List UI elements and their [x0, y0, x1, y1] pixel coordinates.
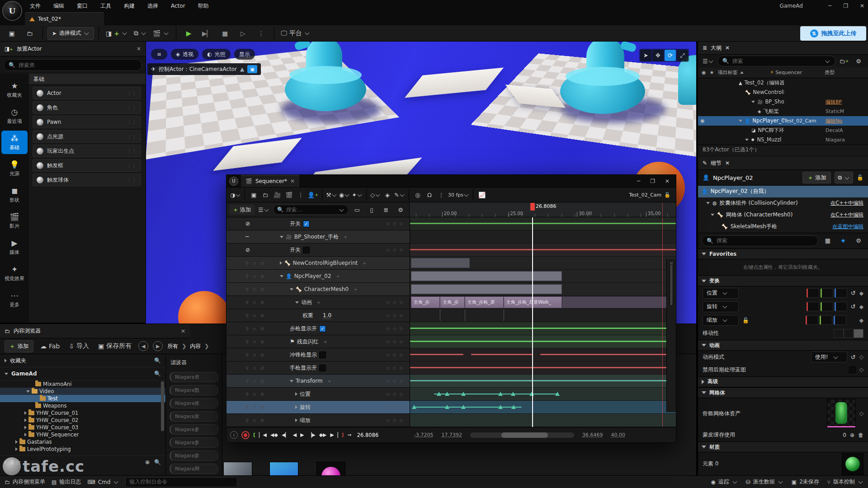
- source-control-button[interactable]: ⑂ 版本控制: [827, 478, 863, 486]
- reset-icon[interactable]: ↺: [851, 354, 856, 361]
- next-key-icon[interactable]: ▷: [400, 352, 403, 357]
- outliner-row[interactable]: ◈飞船桨 StaticM: [698, 107, 868, 116]
- keyframe-icon[interactable]: ◇: [859, 410, 863, 417]
- unsaved-button[interactable]: ▣ 2未保存: [792, 478, 819, 486]
- add-circle-icon[interactable]: ⊕: [850, 432, 854, 438]
- show-dropdown[interactable]: 显示: [234, 49, 255, 60]
- play-button[interactable]: ▶: [181, 28, 197, 39]
- console-input[interactable]: 输入控制台命令: [125, 477, 237, 487]
- browse-icon[interactable]: 🗀: [259, 190, 271, 200]
- play-forward-button[interactable]: ▶: [300, 432, 304, 438]
- outliner-filter-icon[interactable]: ☰: [702, 56, 715, 66]
- track-lane[interactable]: [410, 348, 676, 361]
- view-end-value[interactable]: 36.6469: [582, 432, 603, 438]
- vertical-scrollbar[interactable]: [670, 264, 673, 306]
- range-start-bracket[interactable]: [: [253, 432, 255, 438]
- range-end-bracket[interactable]: ]: [342, 432, 344, 438]
- cmd-dropdown[interactable]: ⌨ Cmd: [87, 479, 119, 485]
- prev-key-icon[interactable]: ◁: [386, 339, 389, 344]
- derived-data-button[interactable]: ⛁ 派生数据: [746, 478, 783, 486]
- track-lane[interactable]: [410, 335, 676, 348]
- filter-pill[interactable]: Niagara发: [170, 411, 218, 422]
- curve-editor-icon[interactable]: 📈: [476, 190, 488, 200]
- keyframe[interactable]: [498, 392, 503, 396]
- keyframe[interactable]: [445, 392, 449, 396]
- edit-source-link[interactable]: 在蓝图中编辑: [832, 223, 863, 230]
- folder-row[interactable]: YHW_Course_03: [0, 424, 165, 431]
- breadcrumb-item[interactable]: 内容: [190, 343, 201, 350]
- save-all-button[interactable]: ▣ 保存所有: [96, 340, 134, 352]
- category-8[interactable]: ⋯更多: [1, 288, 28, 311]
- favorites-star-icon[interactable]: ★: [837, 236, 849, 246]
- lock-icon[interactable]: 🔓: [857, 174, 863, 181]
- menu-文件[interactable]: 文件: [24, 2, 47, 10]
- track-checkbox[interactable]: [303, 247, 310, 253]
- fps-dropdown[interactable]: 30 fps: [447, 190, 470, 200]
- details-search[interactable]: 🔍 搜索: [702, 235, 818, 246]
- select-mode-dropdown[interactable]: ➤ 选择模式: [47, 27, 94, 40]
- add-key-icon[interactable]: ◇: [393, 392, 396, 396]
- trace-button[interactable]: ◉ 追踪: [711, 478, 737, 486]
- keyframe[interactable]: [445, 405, 449, 409]
- place-actor-search[interactable]: 🔍 搜索类: [4, 59, 142, 71]
- layout2-icon[interactable]: ▯: [366, 205, 377, 215]
- keyframe[interactable]: [511, 392, 515, 396]
- save-level-button[interactable]: ▣: [4, 28, 20, 39]
- prev-key-icon[interactable]: ◁: [386, 366, 389, 370]
- world-dropdown-icon[interactable]: ◑: [229, 190, 242, 200]
- close-icon[interactable]: ✕: [665, 178, 670, 184]
- menu-帮助[interactable]: 帮助: [192, 2, 215, 10]
- duck-actor[interactable]: [281, 42, 372, 127]
- edit-options-icon[interactable]: ✎: [393, 190, 406, 200]
- component-dropdown[interactable]: ⧉: [835, 172, 853, 183]
- select-tool[interactable]: ➤: [640, 50, 651, 61]
- folder-row[interactable]: Video: [0, 388, 165, 395]
- orange-sphere[interactable]: [178, 291, 230, 324]
- jump-start-button[interactable]: ▏◀: [259, 432, 267, 438]
- gear-icon[interactable]: ⚙: [395, 205, 406, 215]
- add-key-icon[interactable]: ◇: [393, 313, 396, 318]
- minimize-button[interactable]: ─: [828, 3, 831, 9]
- maximize-button[interactable]: ❐: [843, 3, 848, 9]
- content-browser-tab[interactable]: 🗀 内容浏览器 ✕: [0, 324, 190, 338]
- folder-row[interactable]: YHW_Course_02: [0, 417, 165, 424]
- edit-link[interactable]: 编辑Np: [826, 117, 842, 124]
- keyframe[interactable]: [412, 405, 416, 409]
- transform-section-header[interactable]: 变换: [698, 275, 868, 286]
- skin-cache-value[interactable]: 0: [843, 432, 846, 438]
- close-icon[interactable]: ✕: [290, 178, 295, 184]
- duck-actor-partial[interactable]: [674, 55, 696, 114]
- keyframe[interactable]: [461, 392, 466, 396]
- track-checkbox[interactable]: ✓: [319, 325, 326, 332]
- add-key-icon[interactable]: ◇: [393, 405, 396, 409]
- keyframe[interactable]: [461, 405, 466, 409]
- track-row[interactable]: ⊘ 开关✓ ◁◇▷: [226, 217, 410, 230]
- category-4[interactable]: ◼形状: [1, 183, 28, 206]
- visibility-eye-icon[interactable]: ◉: [698, 117, 707, 124]
- keyframe[interactable]: [555, 392, 560, 396]
- new-folder-icon[interactable]: 🗀+: [838, 56, 850, 66]
- keyframe[interactable]: [511, 405, 516, 409]
- kebab-icon[interactable]: ⋮: [295, 190, 307, 200]
- reset-icon[interactable]: ↺: [851, 290, 856, 296]
- track-checkbox[interactable]: ✓: [303, 221, 310, 227]
- component-row[interactable]: 🦴 SkeletalMesh手枪 在蓝图中编辑: [698, 221, 868, 233]
- render-movie-icon[interactable]: 🎬: [283, 190, 295, 200]
- place-item[interactable]: 触发球体⋮⋮: [33, 174, 141, 186]
- record-button[interactable]: [241, 431, 250, 439]
- next-key-icon[interactable]: ▷: [400, 326, 403, 331]
- anim-clip[interactable]: 主角_步: [440, 296, 465, 308]
- track-row[interactable]: ⚲∩⊘ 🦴CharacterMesh0＋: [226, 283, 410, 296]
- playback-options-icon[interactable]: ✦: [351, 190, 363, 200]
- place-item[interactable]: Pawn⋮⋮: [33, 116, 141, 128]
- track-add-icon[interactable]: ＋: [343, 233, 348, 241]
- prev-key-icon[interactable]: ◁: [386, 248, 389, 252]
- info-icon[interactable]: i: [230, 431, 238, 439]
- add-key-icon[interactable]: ◇: [393, 379, 396, 383]
- next-key-button[interactable]: ◆▶: [319, 432, 327, 438]
- level-tab[interactable]: Test_02*: [25, 12, 104, 25]
- eject-button[interactable]: ▷: [235, 28, 251, 39]
- prev-key-icon[interactable]: ◁: [386, 392, 389, 396]
- track-row[interactable]: ⚲∩⊘ 权重1.0 ◁◇▷: [226, 309, 410, 322]
- track-lane[interactable]: 主角_步主角_步主角_步枪_原主角_步枪_后退Walk_: [410, 296, 676, 309]
